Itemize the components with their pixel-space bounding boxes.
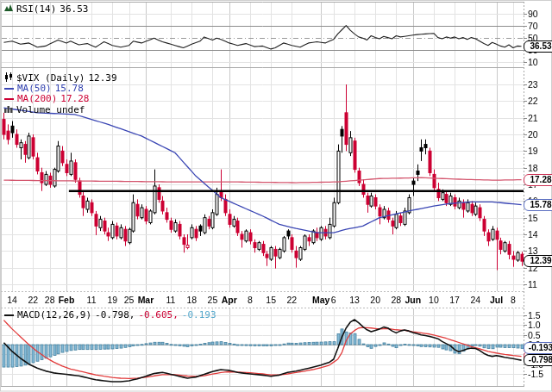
macd-signal-value: -0.605, — [138, 310, 178, 320]
ma50-label: MA(50) — [17, 84, 52, 93]
symbol-label: $VIX (Daily) — [16, 73, 85, 83]
ma50-line-icon — [4, 88, 14, 90]
ma50-legend: MA(50) 15.78 — [4, 84, 84, 93]
last-price-value: 12.39 — [88, 73, 116, 83]
ma50-value: 15.78 — [55, 84, 84, 93]
stockchart: RSI(14) 36.53 $VIX (Daily) 12.39 MA(50) … — [0, 0, 552, 392]
macd-hist-value: -0.193 — [182, 310, 216, 320]
ma200-legend: MA(200) 17.28 — [4, 94, 89, 103]
macd-value: -0.798, — [95, 310, 135, 320]
candlestick-icon — [4, 72, 13, 84]
rsi-legend: RSI(14) 36.53 — [4, 3, 88, 14]
area-chart-icon — [4, 3, 13, 14]
macd-legend: MACD(12,26,9) -0.798, -0.605, -0.193 — [4, 310, 216, 320]
volume-legend: Volume undef — [4, 104, 85, 115]
chart-canvas — [0, 0, 552, 392]
volume-label: Volume undef — [16, 105, 85, 115]
bar-chart-icon — [4, 104, 13, 115]
ma200-line-icon — [4, 98, 14, 100]
macd-line-icon — [4, 314, 14, 316]
rsi-legend-label: RSI(14) — [16, 4, 56, 14]
rsi-legend-value: 36.53 — [60, 4, 88, 14]
ma200-value: 17.28 — [60, 94, 89, 103]
macd-label: MACD(12,26,9) — [17, 310, 91, 320]
ma200-label: MA(200) — [17, 94, 57, 103]
